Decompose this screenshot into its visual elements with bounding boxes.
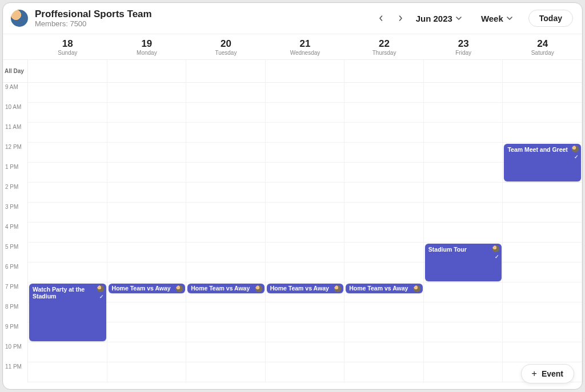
time-slot[interactable] bbox=[344, 123, 424, 143]
time-slot[interactable] bbox=[28, 223, 107, 243]
calendar-event[interactable]: Watch Party at the Stadium✓ bbox=[29, 284, 106, 341]
time-slot[interactable] bbox=[28, 163, 107, 183]
time-slot[interactable] bbox=[344, 83, 424, 103]
time-slot[interactable] bbox=[266, 362, 345, 382]
time-slot[interactable] bbox=[344, 183, 424, 203]
time-slot[interactable] bbox=[107, 302, 187, 322]
calendar-event[interactable]: Stadium Tour✓ bbox=[425, 244, 502, 281]
time-slot[interactable] bbox=[503, 183, 582, 203]
time-slot[interactable] bbox=[266, 83, 345, 103]
time-slot[interactable] bbox=[28, 103, 107, 123]
time-slot[interactable] bbox=[344, 342, 424, 362]
time-slot[interactable] bbox=[107, 243, 187, 262]
time-slot[interactable] bbox=[503, 262, 582, 282]
view-picker[interactable]: Week bbox=[478, 11, 516, 26]
time-slot[interactable] bbox=[266, 302, 345, 322]
time-slot[interactable] bbox=[424, 143, 503, 163]
time-slot[interactable] bbox=[107, 143, 187, 163]
time-slot[interactable] bbox=[28, 262, 107, 282]
time-slot[interactable] bbox=[186, 83, 266, 103]
time-slot[interactable] bbox=[266, 183, 345, 203]
time-slot[interactable] bbox=[266, 262, 345, 282]
time-slot[interactable] bbox=[186, 302, 266, 322]
today-button[interactable]: Today bbox=[528, 10, 573, 27]
day-header[interactable]: 22Thursday bbox=[344, 34, 424, 59]
day-header[interactable]: 21Wednesday bbox=[266, 34, 345, 59]
time-slot[interactable] bbox=[107, 123, 187, 143]
time-slot[interactable] bbox=[186, 103, 266, 123]
time-slot[interactable] bbox=[503, 83, 582, 103]
time-slot[interactable] bbox=[28, 243, 107, 262]
time-slot[interactable] bbox=[186, 163, 266, 183]
time-slot[interactable] bbox=[28, 123, 107, 143]
time-slot[interactable] bbox=[266, 223, 345, 243]
time-slot[interactable] bbox=[344, 163, 424, 183]
time-slot[interactable] bbox=[186, 183, 266, 203]
time-slot[interactable] bbox=[107, 342, 187, 362]
day-header[interactable]: 20Tuesday bbox=[186, 34, 266, 59]
time-slot[interactable] bbox=[344, 143, 424, 163]
time-slot[interactable] bbox=[266, 203, 345, 223]
time-slot[interactable] bbox=[266, 143, 345, 163]
time-slot[interactable] bbox=[424, 282, 503, 302]
time-slot[interactable] bbox=[424, 183, 503, 203]
time-slot[interactable] bbox=[186, 203, 266, 223]
time-slot[interactable] bbox=[503, 103, 582, 123]
day-header[interactable]: 24Saturday bbox=[503, 34, 582, 59]
allday-slot[interactable] bbox=[503, 60, 582, 83]
add-event-button[interactable]: + Event bbox=[521, 364, 574, 383]
time-slot[interactable] bbox=[344, 103, 424, 123]
time-slot[interactable] bbox=[186, 143, 266, 163]
time-slot[interactable] bbox=[186, 362, 266, 382]
time-slot[interactable] bbox=[503, 223, 582, 243]
time-slot[interactable] bbox=[344, 243, 424, 262]
time-slot[interactable] bbox=[344, 203, 424, 223]
time-slot[interactable] bbox=[107, 203, 187, 223]
time-slot[interactable] bbox=[424, 83, 503, 103]
next-button[interactable] bbox=[393, 11, 408, 26]
time-slot[interactable] bbox=[107, 83, 187, 103]
time-slot[interactable] bbox=[186, 223, 266, 243]
time-slot[interactable] bbox=[107, 322, 187, 342]
time-slot[interactable] bbox=[266, 163, 345, 183]
day-header[interactable]: 23Friday bbox=[424, 34, 503, 59]
day-header[interactable]: 18Sunday bbox=[28, 34, 107, 59]
time-slot[interactable] bbox=[107, 223, 187, 243]
time-slot[interactable] bbox=[424, 342, 503, 362]
time-slot[interactable] bbox=[503, 123, 582, 143]
time-slot[interactable] bbox=[107, 103, 187, 123]
calendar-event[interactable]: Home Team vs Away bbox=[109, 284, 186, 293]
time-slot[interactable] bbox=[344, 223, 424, 243]
time-slot[interactable] bbox=[266, 322, 345, 342]
time-slot[interactable] bbox=[266, 243, 345, 262]
time-slot[interactable] bbox=[28, 83, 107, 103]
time-slot[interactable] bbox=[266, 123, 345, 143]
time-slot[interactable] bbox=[186, 262, 266, 282]
allday-slot[interactable] bbox=[186, 60, 266, 83]
allday-slot[interactable] bbox=[266, 60, 345, 83]
allday-slot[interactable] bbox=[424, 60, 503, 83]
time-slot[interactable] bbox=[28, 183, 107, 203]
time-slot[interactable] bbox=[28, 362, 107, 382]
time-slot[interactable] bbox=[266, 103, 345, 123]
time-slot[interactable] bbox=[344, 262, 424, 282]
time-slot[interactable] bbox=[186, 342, 266, 362]
time-slot[interactable] bbox=[266, 342, 345, 362]
time-slot[interactable] bbox=[28, 342, 107, 362]
time-slot[interactable] bbox=[424, 302, 503, 322]
allday-slot[interactable] bbox=[107, 60, 187, 83]
time-slot[interactable] bbox=[503, 322, 582, 342]
calendar-event[interactable]: Home Team vs Away bbox=[346, 284, 423, 293]
time-slot[interactable] bbox=[186, 322, 266, 342]
month-picker[interactable]: Jun 2023 bbox=[412, 11, 465, 26]
calendar-event[interactable]: Home Team vs Away bbox=[187, 284, 265, 293]
calendar-event[interactable]: Team Meet and Greet✓ bbox=[504, 144, 581, 181]
time-slot[interactable] bbox=[107, 183, 187, 203]
time-slot[interactable] bbox=[107, 262, 187, 282]
time-slot[interactable] bbox=[28, 143, 107, 163]
group-avatar[interactable] bbox=[11, 10, 28, 27]
time-slot[interactable] bbox=[186, 123, 266, 143]
time-slot[interactable] bbox=[344, 302, 424, 322]
prev-button[interactable] bbox=[374, 11, 388, 26]
time-slot[interactable] bbox=[344, 362, 424, 382]
